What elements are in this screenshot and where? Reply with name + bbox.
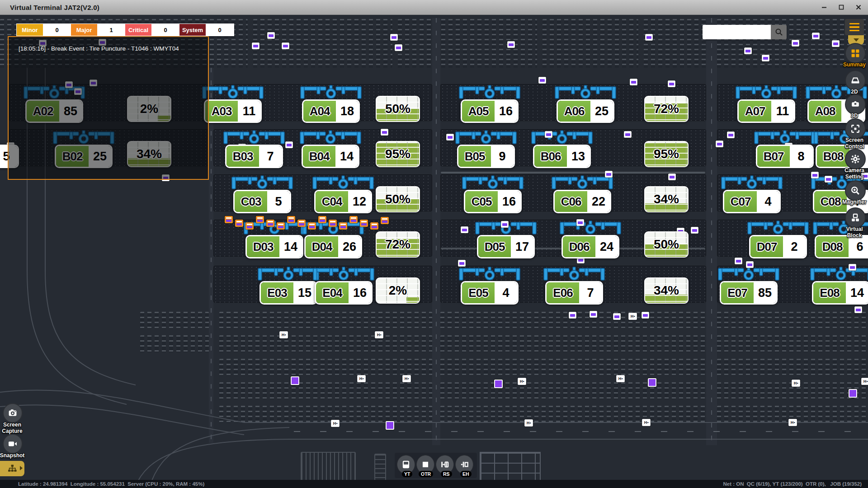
truck-icon[interactable] — [746, 261, 754, 268]
occupancy-badge[interactable]: 50% — [376, 186, 420, 212]
dock-button-yt[interactable] — [397, 455, 415, 474]
purple-truck-icon[interactable] — [494, 380, 503, 388]
yard-block-C05[interactable]: C0516 — [464, 190, 522, 213]
occupancy-badge[interactable]: 2% — [376, 277, 420, 304]
yard-block-A03[interactable]: A0311 — [204, 99, 262, 123]
maximize-button[interactable] — [836, 2, 846, 12]
truck-icon[interactable] — [735, 258, 742, 264]
truck-icon[interactable] — [727, 131, 735, 138]
handler-truck-icon[interactable]: H▪ — [792, 380, 800, 387]
handler-truck-icon[interactable]: H▪ — [788, 419, 797, 426]
truck-icon[interactable] — [691, 227, 698, 234]
orange-truck-icon[interactable] — [308, 222, 316, 230]
truck-icon[interactable] — [576, 219, 584, 226]
handler-truck-icon[interactable]: H▪ — [375, 331, 383, 338]
toolbar-button-virtual-block[interactable] — [845, 207, 866, 228]
truck-icon[interactable] — [461, 226, 468, 233]
orange-truck-icon[interactable] — [381, 217, 389, 224]
yard-block-D05[interactable]: D0517 — [477, 235, 535, 258]
truck-icon[interactable] — [252, 42, 259, 49]
yard-block-E08[interactable]: E0814 — [812, 281, 868, 305]
yard-block-A06[interactable]: A0625 — [557, 99, 614, 123]
orange-truck-icon[interactable] — [277, 222, 285, 230]
yard-block-C04[interactable]: C0412 — [314, 190, 372, 213]
yard-block-E06[interactable]: E067 — [545, 281, 603, 305]
handler-truck-icon[interactable]: H▪ — [861, 378, 868, 385]
orange-truck-icon[interactable] — [370, 222, 378, 230]
orange-truck-icon[interactable] — [245, 222, 254, 230]
truck-icon[interactable] — [744, 47, 752, 54]
toolbar-button-magnifier[interactable] — [845, 180, 866, 201]
yard-block-A05[interactable]: A0516 — [461, 99, 519, 123]
truck-icon[interactable] — [624, 131, 632, 138]
truck-icon[interactable] — [811, 172, 819, 178]
yard-block-B05[interactable]: B059 — [457, 145, 515, 168]
occupancy-badge[interactable]: 72% — [644, 96, 689, 122]
purple-truck-icon[interactable] — [291, 376, 299, 385]
truck-icon[interactable] — [832, 40, 840, 47]
layout-tree-button[interactable] — [0, 461, 24, 476]
dock-button-eh[interactable] — [455, 455, 473, 474]
truck-icon[interactable] — [605, 171, 613, 178]
yard-block-B07[interactable]: B078 — [756, 145, 814, 168]
orange-truck-icon[interactable] — [339, 222, 347, 230]
truck-icon[interactable] — [762, 55, 769, 61]
close-button[interactable] — [854, 2, 863, 12]
orange-truck-icon[interactable] — [329, 220, 337, 227]
truck-icon[interactable] — [668, 80, 675, 87]
yard-block-E05[interactable]: E054 — [461, 281, 519, 305]
minimize-button[interactable] — [819, 2, 829, 12]
handler-truck-icon[interactable]: H▪ — [279, 331, 288, 338]
handler-truck-icon[interactable]: H▪ — [616, 375, 625, 382]
occupancy-badge[interactable]: 95% — [376, 141, 420, 167]
truck-icon[interactable] — [538, 77, 546, 84]
toolbar-button-summary[interactable] — [845, 43, 866, 64]
yard-block-D07[interactable]: D072 — [749, 235, 807, 258]
occupancy-badge[interactable]: 95% — [644, 141, 689, 167]
menu-button[interactable] — [845, 19, 864, 35]
truck-icon[interactable] — [792, 40, 799, 47]
truck-icon[interactable] — [267, 32, 275, 39]
truck-icon[interactable] — [545, 131, 552, 138]
yard-block-A07[interactable]: A0711 — [737, 99, 795, 123]
search-button[interactable] — [771, 25, 787, 39]
truck-icon[interactable] — [849, 264, 856, 271]
dock-button-rs[interactable] — [436, 455, 454, 474]
yard-block-C03[interactable]: C035 — [233, 190, 291, 213]
yard-block-C06[interactable]: C0622 — [553, 190, 611, 213]
handler-truck-icon[interactable]: H▪ — [524, 419, 533, 427]
truck-icon[interactable] — [645, 34, 653, 41]
handler-truck-icon[interactable]: H▪ — [628, 313, 637, 320]
occupancy-badge[interactable]: 50% — [644, 231, 689, 258]
orange-truck-icon[interactable] — [360, 220, 368, 227]
truck-icon[interactable] — [501, 221, 509, 228]
dock-button-otr[interactable] — [416, 455, 434, 474]
yard-block-B03[interactable]: B037 — [225, 145, 283, 168]
yard-block-D03[interactable]: D0314 — [245, 235, 303, 258]
toolbar-button-2d[interactable] — [845, 70, 866, 91]
yard-block-E04[interactable]: E0416 — [315, 281, 373, 305]
toolbar-button-3d[interactable] — [845, 94, 866, 115]
truck-icon[interactable] — [285, 141, 293, 148]
orange-truck-icon[interactable] — [225, 216, 233, 223]
truck-icon[interactable] — [613, 313, 621, 320]
orange-truck-icon[interactable] — [256, 216, 264, 223]
orange-truck-icon[interactable] — [297, 220, 306, 227]
truck-icon[interactable] — [569, 312, 576, 319]
yard-block-D04[interactable]: D0426 — [304, 235, 362, 258]
yard-block-C07[interactable]: C074 — [723, 190, 781, 213]
truck-icon[interactable] — [282, 42, 289, 49]
purple-truck-icon[interactable] — [849, 389, 857, 398]
yard-block-B06[interactable]: B0613 — [533, 145, 591, 168]
toolbar-button-screen-capture[interactable] — [3, 403, 23, 423]
truck-icon[interactable] — [668, 174, 676, 180]
truck-icon[interactable] — [507, 41, 515, 48]
handler-truck-icon[interactable]: H▪ — [642, 419, 651, 426]
truck-icon[interactable] — [390, 34, 398, 41]
toolbar-button-screen-control[interactable] — [845, 118, 866, 139]
purple-truck-icon[interactable] — [386, 421, 394, 430]
truck-icon[interactable] — [854, 306, 862, 313]
orange-truck-icon[interactable] — [349, 216, 358, 223]
handler-truck-icon[interactable]: H▪ — [518, 378, 526, 385]
yard-block-A04[interactable]: A0418 — [302, 99, 360, 123]
